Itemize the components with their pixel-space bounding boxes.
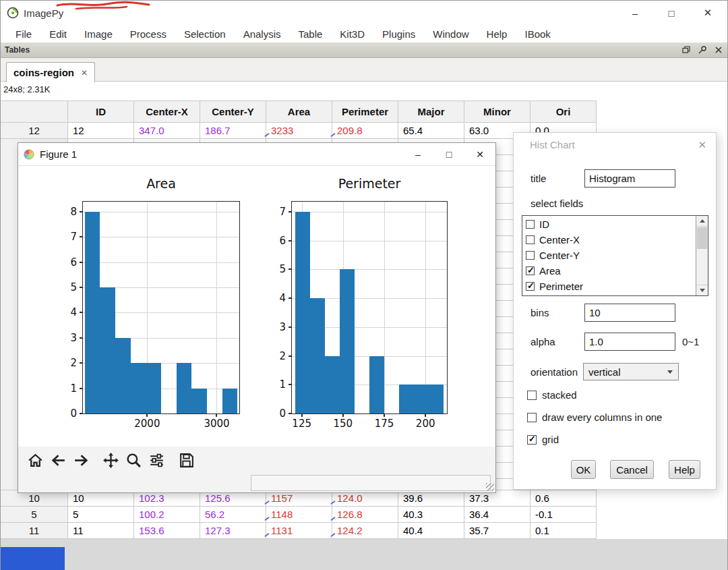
menu-item-window[interactable]: Window bbox=[424, 28, 477, 40]
save-button[interactable] bbox=[175, 449, 198, 471]
figure-close-button[interactable]: ✕ bbox=[464, 143, 495, 166]
table-cell[interactable]: -0.1 bbox=[530, 507, 597, 523]
forward-button[interactable] bbox=[69, 449, 92, 471]
table-summary: 24x8; 2.31K bbox=[3, 84, 50, 94]
menu-item-kit3d[interactable]: Kit3D bbox=[331, 28, 373, 40]
table-cell[interactable]: 35.7 bbox=[464, 523, 530, 539]
tab-close-icon[interactable]: ✕ bbox=[81, 68, 88, 78]
dialog-close-icon[interactable]: ✕ bbox=[698, 139, 706, 151]
menu-item-image[interactable]: Image bbox=[75, 28, 121, 40]
figure-titlebar[interactable]: Figure 1 – □ ✕ bbox=[18, 143, 495, 166]
pin-icon[interactable] bbox=[697, 45, 707, 55]
figure-minimize-button[interactable]: – bbox=[402, 143, 433, 166]
table-cell[interactable]: 3233 bbox=[266, 123, 332, 139]
checkbox[interactable] bbox=[526, 282, 535, 291]
table-cell[interactable]: 186.7 bbox=[200, 123, 266, 139]
maximize-button[interactable]: □ bbox=[653, 1, 690, 25]
figure-maximize-button[interactable]: □ bbox=[433, 143, 464, 166]
menu-item-edit[interactable]: Edit bbox=[40, 28, 75, 40]
float-icon[interactable] bbox=[681, 45, 691, 55]
zoom-button[interactable] bbox=[122, 449, 145, 471]
scroll-up-icon[interactable] bbox=[696, 216, 708, 227]
titlebar[interactable]: ImagePy – □ ✕ bbox=[1, 1, 727, 25]
tables-panel-caption[interactable]: Tables bbox=[1, 42, 727, 58]
table-cell[interactable]: 0.6 bbox=[530, 490, 597, 507]
field-option-area[interactable]: Area bbox=[522, 263, 696, 279]
close-button[interactable]: ✕ bbox=[690, 1, 726, 25]
field-option-perimeter[interactable]: Perimeter bbox=[522, 279, 696, 294]
scrollbar-thumb[interactable] bbox=[697, 227, 707, 249]
scroll-down-icon[interactable] bbox=[696, 285, 708, 295]
table-cell[interactable]: 347.0 bbox=[134, 123, 200, 139]
checkbox[interactable] bbox=[526, 235, 535, 244]
column-header-ori[interactable]: Ori bbox=[530, 101, 597, 123]
table-cell[interactable]: 40.3 bbox=[398, 507, 464, 523]
menu-item-help[interactable]: Help bbox=[478, 28, 516, 40]
column-header-center-x[interactable]: Center-X bbox=[134, 101, 200, 123]
table-cell[interactable]: 56.2 bbox=[200, 507, 266, 523]
xtick-label: 2000 bbox=[134, 418, 160, 430]
home-button[interactable] bbox=[24, 449, 47, 471]
tab-coins-region[interactable]: coins-region ✕ bbox=[6, 62, 95, 82]
table-cell[interactable]: 65.4 bbox=[398, 123, 464, 139]
table-cell[interactable]: 12 bbox=[68, 123, 134, 139]
table-cell[interactable]: 5 bbox=[68, 507, 134, 523]
cancel-button[interactable]: Cancel bbox=[610, 460, 654, 479]
listbox-scrollbar[interactable] bbox=[696, 216, 708, 295]
orientation-dropdown[interactable]: vertical bbox=[583, 363, 679, 380]
menu-item-ibook[interactable]: IBook bbox=[516, 28, 559, 40]
column-header-center-y[interactable]: Center-Y bbox=[200, 101, 266, 123]
table-cell[interactable]: 1131 bbox=[266, 523, 332, 539]
table-cell[interactable]: 11 bbox=[68, 523, 134, 539]
pan-button[interactable] bbox=[99, 449, 122, 471]
grid-option-row[interactable]: grid bbox=[527, 434, 559, 445]
row-label[interactable]: 11 bbox=[1, 523, 68, 539]
draw-every-option-row[interactable]: draw every columns in one bbox=[527, 411, 662, 423]
stacked-option-row[interactable]: stacked bbox=[527, 389, 577, 401]
resize-grip-icon[interactable] bbox=[486, 483, 494, 491]
column-header-id[interactable]: ID bbox=[68, 101, 134, 123]
grid-checkbox[interactable] bbox=[527, 435, 537, 445]
help-button[interactable]: Help bbox=[669, 460, 700, 479]
column-header-perimeter[interactable]: Perimeter bbox=[332, 101, 398, 123]
title-input[interactable] bbox=[584, 169, 675, 188]
table-cell[interactable]: 209.8 bbox=[332, 123, 398, 139]
field-option-id[interactable]: ID bbox=[522, 217, 696, 232]
ok-button[interactable]: OK bbox=[571, 460, 596, 479]
field-option-center-y[interactable]: Center-Y bbox=[522, 248, 696, 263]
table-cell[interactable]: 40.4 bbox=[398, 523, 464, 539]
stacked-checkbox[interactable] bbox=[527, 391, 537, 400]
table-cell[interactable]: 1148 bbox=[266, 507, 332, 523]
row-label[interactable]: 12 bbox=[1, 123, 68, 139]
menu-item-process[interactable]: Process bbox=[121, 28, 175, 40]
column-header-major[interactable]: Major bbox=[398, 101, 464, 123]
checkbox[interactable] bbox=[526, 220, 535, 229]
bins-input[interactable] bbox=[584, 304, 675, 322]
menu-item-plugins[interactable]: Plugins bbox=[373, 28, 424, 40]
table-cell[interactable]: 124.2 bbox=[332, 523, 398, 539]
menu-item-analysis[interactable]: Analysis bbox=[235, 28, 290, 40]
field-option-center-x[interactable]: Center-X bbox=[522, 232, 696, 248]
menu-item-table[interactable]: Table bbox=[290, 28, 332, 40]
checkbox[interactable] bbox=[526, 266, 535, 275]
minimize-button[interactable]: – bbox=[617, 1, 653, 25]
close-icon[interactable] bbox=[713, 45, 723, 55]
back-button[interactable] bbox=[47, 449, 69, 471]
menu-item-selection[interactable]: Selection bbox=[175, 28, 235, 40]
column-header-minor[interactable]: Minor bbox=[464, 101, 530, 123]
menu-item-file[interactable]: File bbox=[7, 28, 40, 40]
table-cell[interactable]: 153.6 bbox=[134, 523, 200, 539]
sliders-button[interactable] bbox=[145, 449, 168, 471]
draw-every-checkbox[interactable] bbox=[527, 413, 537, 422]
title-field-label: title bbox=[530, 173, 546, 184]
table-cell[interactable]: 127.3 bbox=[200, 523, 266, 539]
row-label[interactable]: 5 bbox=[1, 507, 68, 523]
column-header-area[interactable]: Area bbox=[266, 101, 332, 123]
table-cell[interactable]: 36.4 bbox=[464, 507, 530, 523]
alpha-input[interactable] bbox=[584, 333, 675, 351]
table-cell[interactable]: 0.1 bbox=[530, 523, 597, 539]
figure-canvas[interactable]: Area01234567820003000 Perimeter012345671… bbox=[18, 166, 495, 447]
table-cell[interactable]: 100.2 bbox=[134, 507, 200, 523]
table-cell[interactable]: 126.8 bbox=[332, 507, 398, 523]
checkbox[interactable] bbox=[526, 251, 535, 260]
